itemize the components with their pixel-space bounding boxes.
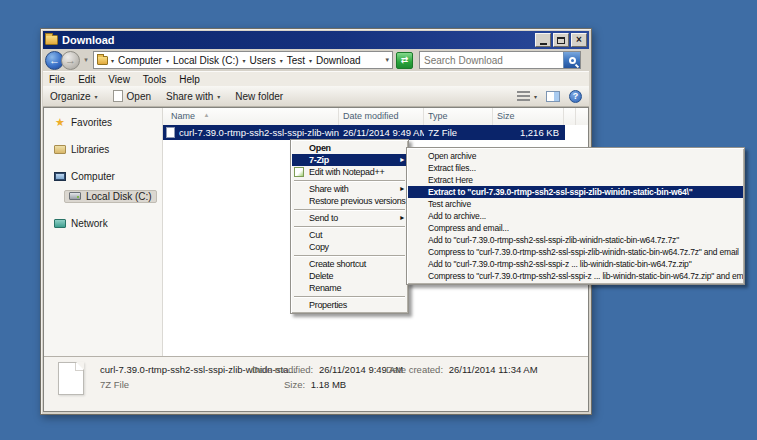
submenu-item-extract-files[interactable]: Extract files... [408,162,743,174]
context-menu-item-restore-previous-versions[interactable]: Restore previous versions [292,195,407,207]
menu-file[interactable]: File [49,74,65,85]
sidebar-item-local-disk-c[interactable]: Local Disk (C:) [44,188,162,204]
open-button[interactable]: Open [113,90,151,102]
column-header-type[interactable]: Type [424,108,493,125]
breadcrumb-computer[interactable]: Computer [115,55,165,66]
new-folder-label: New folder [235,91,283,102]
submenu-item-compress-to-7z-and-email[interactable]: Compress to "curl-7.39.0-rtmp-ssh2-ssl-s… [408,246,743,258]
back-arrow-icon: ← [49,54,60,66]
breadcrumb-users[interactable]: Users [247,55,279,66]
submenu-arrow-icon: ▸ [400,154,404,166]
sidebar-item-libraries[interactable]: Libraries [44,141,162,157]
file-row-selected[interactable]: curl-7.39.0-rtmp-ssh2-ssl-sspi-zlib-wini… [163,125,565,140]
submenu-item-compress-to-zip-and-email[interactable]: Compress to "curl-7.39.0-rtmp-ssh2-ssl-s… [408,270,743,282]
menu-help[interactable]: Help [179,74,200,85]
address-folder-icon [97,56,108,65]
menu-separator [294,209,405,210]
breadcrumb-test[interactable]: Test [284,55,308,66]
submenu-arrow-icon: ▸ [400,212,404,224]
sidebar-item-favorites[interactable]: ★ Favorites [44,114,162,130]
submenu-item-add-to-7z[interactable]: Add to "curl-7.39.0-rtmp-ssh2-ssl-sspi-z… [408,234,743,246]
file-date-cell: 26/11/2014 9:49 AM [339,127,424,138]
hard-drive-icon [69,192,81,200]
context-menu-item-properties[interactable]: Properties [292,299,407,311]
change-view-button[interactable]: ▾ [517,91,537,101]
search-button[interactable] [563,52,580,68]
context-menu-item-create-shortcut[interactable]: Create shortcut [292,258,407,270]
titlebar[interactable]: Download × [43,31,589,49]
column-header-filler [564,108,576,125]
navigation-pane: ★ Favorites Libraries Computer Local Dis… [44,108,163,356]
minimize-button[interactable] [535,33,551,47]
preview-pane-button[interactable] [546,91,560,102]
forward-button[interactable]: → [61,51,80,70]
submenu-item-add-to-zip[interactable]: Add to "curl-7.39.0-rtmp-ssh2-ssl-sspi-z… [408,258,743,270]
submenu-item-extract-to[interactable]: Extract to "curl-7.39.0-rtmp-ssh2-ssl-ss… [408,186,743,198]
7z-file-icon [166,127,175,138]
refresh-icon: ⇄ [401,55,409,65]
context-menu-item-copy[interactable]: Copy [292,241,407,253]
breadcrumb-local-disk[interactable]: Local Disk (C:) [170,55,242,66]
file-page-icon [113,90,123,102]
file-name-cell: curl-7.39.0-rtmp-ssh2-ssl-sspi-zlib-wini… [163,127,339,138]
network-icon [54,219,66,228]
chevron-down-icon: ▾ [534,93,537,100]
share-with-button[interactable]: Share with ▾ [166,91,220,102]
context-menu: Open 7-Zip ▸ Edit with Notepad++ Share w… [290,139,409,314]
menu-separator [294,255,405,256]
submenu-item-add-to-archive[interactable]: Add to archive... [408,210,743,222]
submenu-item-extract-here[interactable]: Extract Here [408,174,743,186]
sidebar-item-network[interactable]: Network [44,215,162,231]
context-menu-label: Edit with Notepad++ [309,167,384,177]
toolbar-right-group: ▾ ? [517,90,582,103]
forward-arrow-icon: → [65,54,76,66]
recent-pages-dropdown[interactable]: ▾ [82,56,90,64]
context-menu-item-rename[interactable]: Rename [292,282,407,294]
column-label: Type [428,111,448,121]
sidebar-item-computer[interactable]: Computer [44,168,162,184]
address-history-dropdown-icon[interactable]: ▾ [385,56,389,64]
submenu-item-test-archive[interactable]: Test archive [408,198,743,210]
search-input[interactable] [420,55,563,66]
context-menu-item-7zip[interactable]: 7-Zip ▸ [292,154,407,166]
details-size: Size: 1.18 MB [284,379,346,390]
submenu-item-open-archive[interactable]: Open archive [408,150,743,162]
menu-view[interactable]: View [108,74,130,85]
close-button[interactable]: × [571,33,587,47]
minimize-icon [540,43,547,45]
context-menu-item-edit-with-notepadpp[interactable]: Edit with Notepad++ [292,166,407,178]
date-created-value: 26/11/2014 11:34 AM [449,364,538,375]
address-bar[interactable]: ▾ Computer ▾ Local Disk (C:) ▾ Users ▾ T… [93,51,393,69]
file-name: curl-7.39.0-rtmp-ssh2-ssl-sspi-zlib-wini… [179,127,339,138]
search-icon [569,57,576,64]
maximize-button[interactable] [553,33,569,47]
search-box [419,51,581,69]
breadcrumb-download[interactable]: Download [313,55,363,66]
help-icon: ? [573,92,579,101]
context-menu-label: Share with [309,184,349,194]
open-label: Open [127,91,151,102]
sidebar-label: Local Disk (C:) [86,191,152,202]
libraries-icon [54,145,66,154]
column-header-name[interactable]: Name ▲ [163,108,339,125]
details-date-modified: Date modified: 26/11/2014 9:49 AM [252,364,403,375]
context-menu-item-share-with[interactable]: Share with ▸ [292,183,407,195]
context-menu-item-cut[interactable]: Cut [292,229,407,241]
help-button[interactable]: ? [569,90,582,103]
menu-tools[interactable]: Tools [143,74,166,85]
new-folder-button[interactable]: New folder [235,91,283,102]
organize-button[interactable]: Organize ▾ [50,91,98,102]
column-header-date-modified[interactable]: Date modified [339,108,424,125]
refresh-button[interactable]: ⇄ [396,52,413,69]
date-modified-label: Date modified: [252,364,313,375]
context-menu-item-delete[interactable]: Delete [292,270,407,282]
context-menu-item-open[interactable]: Open [292,142,407,154]
context-menu-item-send-to[interactable]: Send to ▸ [292,212,407,224]
sidebar-label: Computer [71,171,115,182]
column-header-size[interactable]: Size [493,108,564,125]
details-file-type: 7Z File [100,379,129,390]
submenu-item-compress-and-email[interactable]: Compress and email... [408,222,743,234]
menu-edit[interactable]: Edit [78,74,95,85]
share-with-label: Share with [166,91,213,102]
command-toolbar: Organize ▾ Open Share with ▾ New folder … [43,86,589,107]
